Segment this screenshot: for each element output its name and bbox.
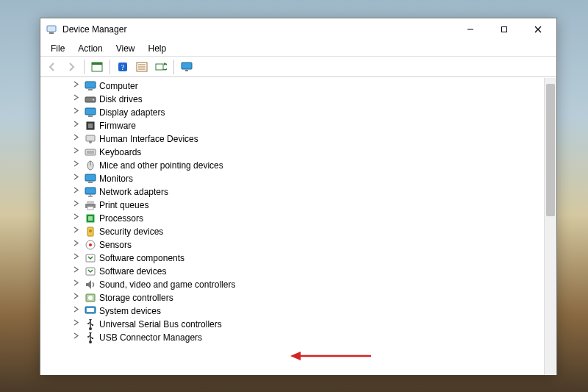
chevron-right-icon[interactable] — [73, 187, 82, 193]
chevron-right-icon[interactable] — [73, 253, 82, 260]
tree-node[interactable]: Print queues — [85, 199, 556, 212]
chip-icon — [85, 120, 96, 132]
mouse-icon — [85, 160, 96, 171]
sensor-icon — [85, 239, 96, 251]
monitor-icon — [85, 80, 96, 92]
chevron-right-icon[interactable] — [73, 213, 82, 220]
tree-node[interactable]: Sensors — [85, 238, 556, 252]
cpu-icon — [85, 213, 96, 224]
toolbar-forward-button[interactable] — [62, 59, 80, 75]
tree-node[interactable]: Firmware — [85, 119, 556, 132]
annotation-arrow — [290, 350, 371, 362]
chevron-right-icon[interactable] — [73, 279, 82, 286]
tree-node[interactable]: System devices — [85, 304, 556, 318]
help-icon: ? — [118, 62, 128, 72]
tree-node[interactable]: Software components — [85, 252, 556, 265]
system-icon — [85, 305, 96, 317]
vertical-scrollbar[interactable] — [544, 78, 556, 375]
tree-node[interactable]: Software devices — [85, 265, 556, 278]
tree-node-label: Processors — [99, 213, 143, 224]
chevron-right-icon[interactable] — [73, 81, 82, 88]
toolbar-monitor-button[interactable] — [178, 59, 196, 75]
network-icon — [85, 186, 96, 198]
chevron-right-icon[interactable] — [73, 319, 82, 326]
chevron-right-icon[interactable] — [73, 174, 82, 180]
chevron-right-icon[interactable] — [73, 107, 82, 114]
scrollbar-thumb[interactable] — [546, 84, 555, 216]
chevron-right-icon[interactable] — [73, 94, 82, 101]
tree-node[interactable]: Universal Serial Bus controllers — [85, 318, 556, 331]
tree-node[interactable]: Monitors — [85, 172, 556, 185]
software-icon — [85, 266, 96, 277]
tree-node-label: Computer — [99, 81, 138, 91]
toolbar-back-button[interactable] — [43, 59, 61, 75]
tree-node[interactable]: Mice and other pointing devices — [85, 159, 556, 172]
menu-action[interactable]: Action — [72, 42, 108, 55]
tree-node[interactable]: Disk drives — [85, 93, 556, 106]
tree-node[interactable]: Human Interface Devices — [85, 132, 556, 146]
tree-node[interactable]: Display adapters — [85, 106, 556, 119]
toolbar-help-button[interactable]: ? — [114, 59, 132, 75]
chevron-right-icon[interactable] — [73, 227, 82, 233]
tree-node-label: Sensors — [99, 240, 132, 250]
tree-node[interactable]: USB Connector Managers — [85, 331, 556, 344]
toolbar-scan-button[interactable] — [152, 59, 170, 75]
maximize-button[interactable] — [487, 18, 521, 40]
usb-icon — [85, 318, 96, 330]
chevron-right-icon[interactable] — [73, 160, 82, 167]
security-icon — [85, 226, 96, 238]
tree-node[interactable]: Keyboards — [85, 146, 556, 159]
chevron-right-icon[interactable] — [73, 240, 82, 246]
tree-node-label: Storage controllers — [99, 293, 173, 303]
tree-node-label: System devices — [99, 306, 161, 316]
tree-node-label: Universal Serial Bus controllers — [99, 319, 222, 329]
toolbar-properties-button[interactable] — [133, 59, 151, 75]
tree-node-label: Network adapters — [99, 187, 168, 197]
chevron-right-icon[interactable] — [73, 293, 82, 299]
window-title: Device Manager — [62, 24, 453, 35]
toolbar-show-hidden-button[interactable] — [88, 59, 106, 75]
menu-help[interactable]: Help — [143, 42, 173, 55]
toolbar: ? — [40, 57, 556, 77]
usb-icon — [85, 332, 96, 343]
chevron-right-icon[interactable] — [73, 121, 82, 127]
tree-node-label: Disk drives — [99, 94, 143, 104]
tree-node-label: Display adapters — [99, 107, 165, 118]
chevron-right-icon[interactable] — [73, 332, 82, 339]
close-button[interactable] — [521, 18, 555, 40]
arrow-right-icon — [66, 62, 76, 72]
arrow-left-icon — [47, 62, 57, 72]
titlebar: Device Manager — [40, 18, 556, 40]
app-icon — [46, 24, 58, 35]
menu-view[interactable]: View — [110, 42, 141, 55]
tree-node-label: Firmware — [99, 121, 136, 131]
properties-icon — [136, 62, 148, 72]
tree-node[interactable]: Network adapters — [85, 185, 556, 199]
tree-node[interactable]: Security devices — [85, 225, 556, 238]
tree-node[interactable]: Computer — [85, 79, 556, 93]
menu-file[interactable]: File — [45, 42, 71, 55]
monitor-icon — [85, 107, 96, 118]
chevron-right-icon[interactable] — [73, 134, 82, 140]
svg-rect-1 — [49, 32, 54, 34]
minimize-button[interactable] — [453, 18, 487, 40]
refresh-icon — [155, 62, 167, 72]
tree-node[interactable]: Storage controllers — [85, 291, 556, 304]
monitor-icon — [181, 62, 193, 72]
chevron-right-icon[interactable] — [73, 147, 82, 154]
menubar: File Action View Help — [40, 40, 556, 57]
tree-node-label: Keyboards — [99, 147, 141, 157]
device-tree[interactable]: ComputerDisk drivesDisplay adaptersFirmw… — [40, 78, 556, 346]
toolbar-separator — [173, 60, 174, 74]
chevron-right-icon[interactable] — [73, 266, 82, 273]
tree-node[interactable]: Sound, video and game controllers — [85, 278, 556, 291]
sound-icon — [85, 279, 96, 291]
chevron-right-icon[interactable] — [73, 200, 82, 207]
tree-node[interactable]: Processors — [85, 212, 556, 225]
chevron-right-icon[interactable] — [73, 306, 82, 313]
desktop-background: Device Manager File Action View Help — [0, 0, 588, 392]
tree-node-label: USB Connector Managers — [99, 332, 202, 343]
printer-icon — [85, 199, 96, 211]
toolbar-separator — [84, 60, 85, 74]
svg-text:?: ? — [121, 63, 125, 71]
